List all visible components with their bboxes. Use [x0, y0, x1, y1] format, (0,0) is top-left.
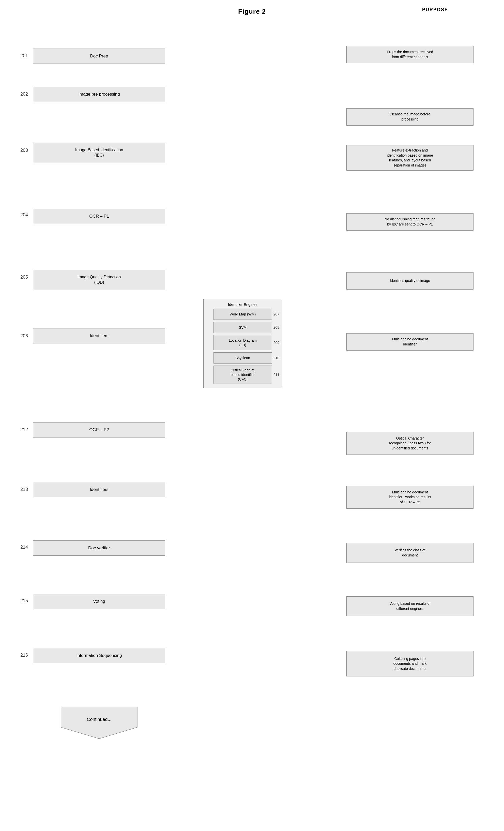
step-201-number: 201 [20, 53, 28, 58]
step-214-box: Doc verifier [33, 540, 165, 556]
diagram-container: 201 Doc Prep Preps the document received… [0, 18, 504, 38]
connector-lines [0, 18, 504, 38]
purpose-214-box: Verifies the class of document [347, 543, 474, 563]
step-212-box: OCR – P2 [33, 422, 165, 437]
step-216-number: 216 [20, 653, 28, 658]
purpose-201-box: Preps the document received from differe… [347, 46, 474, 63]
step-204-number: 204 [20, 212, 28, 218]
svg-text:Continued...: Continued... [87, 717, 111, 722]
engine-211: Critical Feature based identifier (CFC) … [213, 366, 272, 384]
step-214-number: 214 [20, 545, 28, 550]
purpose-204-box: No distinguishing features found by IBC … [347, 213, 474, 231]
engine-207: Word Map (WM) 207 [213, 309, 272, 320]
purpose-213-box: Multi engine document identifier , works… [347, 486, 474, 509]
purpose-206-box: Multi engine document identifier [347, 333, 474, 350]
step-206-box: Identifiers [33, 328, 165, 343]
engine-210: Baysiean 210 [213, 352, 272, 364]
step-216-box: Information Sequencing [33, 648, 165, 663]
purpose-205-box: Identifies quality of image [347, 272, 474, 290]
purpose-215-box: Voting based on results of different eng… [347, 596, 474, 616]
continued-shape: Continued... [56, 707, 142, 741]
step-202-number: 202 [20, 91, 28, 97]
step-201-box: Doc Prep [33, 49, 165, 64]
step-215-box: Voting [33, 594, 165, 609]
svg-marker-40 [61, 707, 137, 739]
step-205-number: 205 [20, 275, 28, 280]
purpose-header: PURPOSE [422, 7, 448, 12]
step-212-number: 212 [20, 427, 28, 432]
step-203-number: 203 [20, 148, 28, 153]
step-202-box: Image pre processing [33, 87, 165, 102]
step-213-box: Identifiers [33, 482, 165, 497]
engines-title: Identifier Engines [228, 302, 258, 307]
purpose-202-box: Cleanse the image before processing [347, 108, 474, 125]
step-205-box: Image Quality Detection (IQD) [33, 270, 165, 290]
engine-208: SVM 208 [213, 322, 272, 333]
step-204-box: OCR – P1 [33, 209, 165, 224]
purpose-203-box: Feature extraction and identification ba… [347, 145, 474, 171]
step-215-number: 215 [20, 598, 28, 603]
engine-209: Location Diagram (LD) 209 [213, 335, 272, 350]
identifier-engines-group: Identifier Engines Word Map (WM) 207 SVM… [203, 299, 282, 388]
purpose-212-box: Optical Character recognition ( pass two… [347, 432, 474, 455]
step-206-number: 206 [20, 333, 28, 339]
purpose-216-box: Collating pages into documents and mark … [347, 651, 474, 677]
step-203-box: Image Based Identification (IBC) [33, 143, 165, 163]
step-213-number: 213 [20, 487, 28, 492]
